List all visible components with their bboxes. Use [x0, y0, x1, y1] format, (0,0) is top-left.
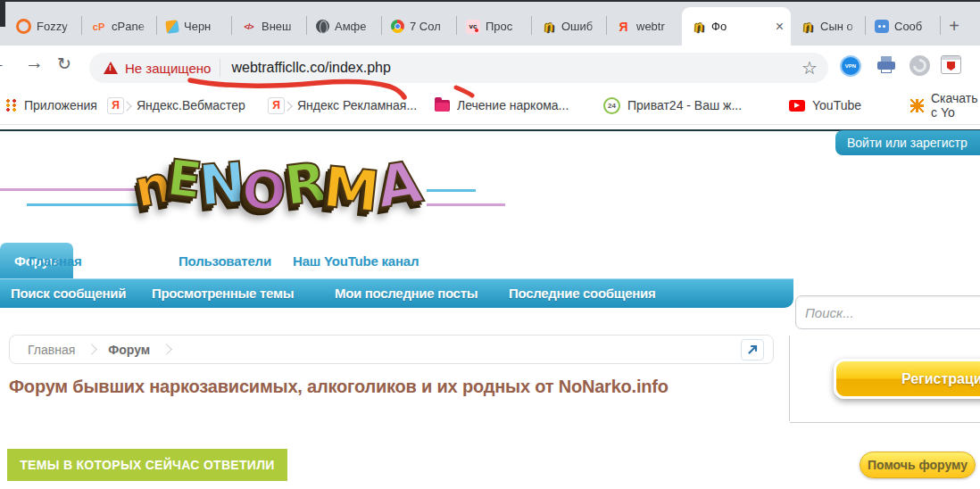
- bookmark-label: Приложения: [24, 98, 97, 112]
- tab-title: Фо: [711, 20, 772, 33]
- code-icon: [241, 19, 256, 34]
- reload-icon[interactable]: ↻: [57, 54, 71, 74]
- breadcrumb-home[interactable]: Главная: [28, 343, 75, 357]
- window-edge: [0, 0, 980, 2]
- browser-tab-vnesh[interactable]: Внеш: [232, 7, 307, 46]
- tab-title: Черн: [184, 20, 225, 33]
- bookmark-label: Скачать с Yo: [931, 91, 980, 120]
- sidebar-vertical-divider: [789, 336, 790, 421]
- bookmark-apps[interactable]: Приложения: [12, 87, 97, 124]
- apps-grid-icon: [6, 99, 17, 112]
- tab-home[interactable]: Главная: [29, 243, 82, 278]
- search-input[interactable]: [795, 295, 980, 329]
- chrome-icon: [391, 20, 404, 33]
- forward-icon[interactable]: →: [25, 52, 44, 73]
- tabs-row: Fozzy cPane Черн Внеш Амфе 7 Сол: [7, 7, 968, 46]
- bookmark-privat24[interactable]: Приват24 - Ваш ж...: [603, 87, 742, 124]
- bookmark-star-icon[interactable]: ☆: [801, 57, 818, 79]
- menu-last-messages[interactable]: Последние сообщения: [509, 278, 655, 308]
- address-bar[interactable]: Не защищено webtrafficllc.co/index.php ☆: [89, 53, 828, 83]
- tab-title: Fozzy: [37, 20, 75, 33]
- printer-paper: [881, 67, 892, 73]
- menu-viewed-topics[interactable]: Просмотренные темы: [152, 278, 294, 308]
- page-title: Форум бывших наркозависимых, алкоголиков…: [9, 377, 669, 397]
- tab-title: Амфе: [335, 20, 375, 33]
- printer-extension-icon[interactable]: [876, 55, 896, 75]
- grey-extension-icon[interactable]: [909, 55, 930, 76]
- url-text[interactable]: webtrafficllc.co/index.php: [231, 60, 801, 76]
- shield-extension-icon[interactable]: [941, 55, 961, 74]
- breadcrumb-forum[interactable]: Форум: [108, 343, 150, 357]
- logo-letter: O: [240, 159, 289, 223]
- bookmarks-bar: Приложения Яндекс.Вебмастер Яндекс Рекла…: [0, 87, 980, 125]
- site-logo-nenorma[interactable]: n E N O R M A: [134, 134, 455, 232]
- bookmark-label: Яндекс Рекламная...: [297, 98, 417, 112]
- login-button[interactable]: Войти или зарегистр: [835, 130, 980, 155]
- site-nav-tabs: Главная Форум Пользователи Наш YouTube к…: [0, 243, 980, 278]
- browser-tab-soob[interactable]: Сооб: [866, 7, 941, 46]
- starburst-icon: [910, 99, 924, 112]
- back-icon[interactable]: ←: [0, 52, 6, 73]
- browser-tab-oshib[interactable]: Ошиб: [532, 7, 607, 46]
- bookmark-yandex-ads[interactable]: Яндекс Рекламная...: [268, 87, 417, 124]
- fozzy-icon: [16, 19, 31, 34]
- browser-tab-fozzy[interactable]: Fozzy: [7, 7, 82, 46]
- bookmark-label: Приват24 - Ваш ж...: [627, 98, 742, 112]
- chat-icon: [875, 20, 889, 33]
- diagonal-arrow-icon: [747, 344, 759, 355]
- chevron-right-icon: [86, 344, 97, 355]
- bookmark-youtube[interactable]: YouTube: [789, 87, 861, 124]
- tab-title: 7 Сол: [410, 20, 450, 33]
- bookmark-skachat[interactable]: Скачать с Yo: [910, 87, 980, 124]
- browser-tab-chern[interactable]: Черн: [157, 7, 232, 46]
- new-tab-button[interactable]: +: [941, 7, 968, 46]
- tab-title: webtr: [636, 20, 675, 33]
- window-corner: [0, 0, 5, 27]
- yandex-icon: [107, 97, 124, 114]
- bookmark-label: YouTube: [812, 98, 861, 112]
- graffiti-n-icon: [541, 19, 556, 34]
- graffiti-icon: [165, 20, 179, 34]
- sidebar-horizontal-divider: [790, 422, 980, 423]
- bookmark-label: Лечение наркома...: [457, 98, 569, 112]
- security-warning-label[interactable]: Не защищено: [125, 61, 211, 76]
- breadcrumb: Главная Форум: [9, 335, 774, 364]
- tab-title: Внеш: [262, 20, 300, 33]
- logo-decor-line: [0, 188, 150, 191]
- forum-menu-bar: Поиск сообщений Просмотренные темы Мои п…: [0, 278, 793, 308]
- security-warning-icon[interactable]: [104, 62, 118, 74]
- bookmark-folder-lechenie[interactable]: Лечение наркома...: [435, 87, 569, 124]
- yandex-icon: [268, 97, 285, 114]
- bookmark-yandex-webmaster[interactable]: Яндекс.Вебмастер: [107, 87, 245, 124]
- menu-search-messages[interactable]: Поиск сообщений: [11, 278, 126, 308]
- browser-tab-webtr[interactable]: webtr: [607, 7, 682, 46]
- browser-tab-pros[interactable]: Прос: [457, 7, 532, 46]
- help-forum-button[interactable]: Помочь форуму: [860, 452, 976, 478]
- cpanel-icon: [91, 19, 106, 34]
- menu-my-last-posts[interactable]: Мои последние посты: [335, 278, 478, 308]
- expand-arrow-button[interactable]: [741, 339, 764, 361]
- browser-tab-amfe[interactable]: Амфе: [307, 7, 382, 46]
- browser-tab-7sol[interactable]: 7 Сол: [382, 7, 457, 46]
- tab-title: Ошиб: [561, 20, 600, 33]
- tab-title: Сын о: [820, 20, 859, 33]
- vcru-icon: [466, 20, 480, 34]
- vpn-extension-icon[interactable]: [840, 55, 861, 77]
- yandex-icon: [616, 19, 631, 34]
- address-divider: [220, 59, 220, 77]
- answered-topics-button[interactable]: ТЕМЫ В КОТОРЫХ СЕЙЧАС ОТВЕТИЛИ: [7, 449, 287, 481]
- close-tab-icon[interactable]: ×: [776, 20, 784, 34]
- page-top-border: [0, 129, 980, 131]
- tab-youtube-channel[interactable]: Наш YouTube канал: [293, 243, 419, 278]
- graffiti-n-icon: [800, 19, 815, 34]
- browser-tab-active-forum[interactable]: Фо ×: [682, 7, 791, 46]
- tab-users[interactable]: Пользователи: [179, 243, 271, 278]
- logo-decor-line: [27, 203, 150, 206]
- privat24-icon: [603, 97, 620, 114]
- tab-title: cPane: [112, 20, 150, 33]
- browser-tab-cpanel[interactable]: cPane: [82, 7, 157, 46]
- register-button[interactable]: Регистрация: [834, 359, 980, 399]
- logo-letter: A: [372, 147, 427, 220]
- graffiti-n-icon: [691, 19, 706, 34]
- browser-tab-syn[interactable]: Сын о: [791, 7, 866, 46]
